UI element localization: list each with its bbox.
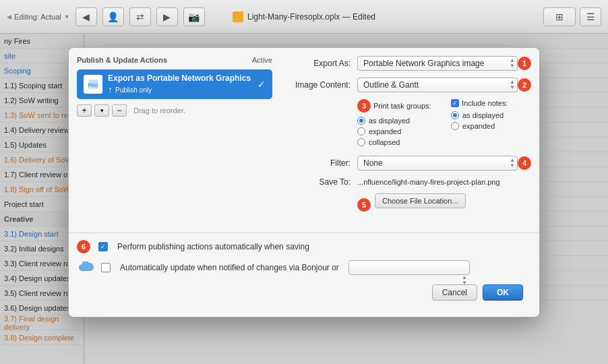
- export-action-title: Export as Portable Network Graphics: [108, 73, 266, 83]
- filter-select[interactable]: None: [357, 156, 518, 171]
- filter-row: Filter: None ▲▼ 4: [283, 156, 531, 171]
- step-badge-3: 3: [357, 99, 371, 113]
- filter-select-wrapper: None ▲▼: [357, 156, 518, 171]
- action-controls: + ▾ − Drag to reorder.: [77, 104, 272, 117]
- print-groups-label: Print task groups:: [373, 102, 431, 110]
- active-badge: Active: [252, 56, 272, 64]
- radio-expanded-input[interactable]: [357, 127, 365, 135]
- publish-actions-label: Publish & Update Actions: [77, 56, 167, 64]
- auto-publish-label: Perform publishing actions automatically…: [117, 242, 309, 251]
- title-icon: [233, 11, 243, 22]
- left-panel: Publish & Update Actions Active PNG Expo…: [77, 56, 272, 222]
- toolbar-btn-grid[interactable]: ⊞: [543, 7, 576, 26]
- radio-notes-expanded-label: expanded: [462, 122, 495, 130]
- auto-update-select[interactable]: [348, 260, 470, 275]
- svg-text:PNG: PNG: [88, 83, 98, 88]
- title-bar-right: ⊞ ☰: [543, 7, 601, 26]
- app-window: ◀ Editing: Actual ▼ ◀ 👤 ⇄ ▶ 📷 Light-Many…: [0, 0, 608, 364]
- cloud-icon: [77, 260, 96, 275]
- export-action-sub: ↑ Publish only: [108, 84, 266, 95]
- right-panel: Export As: Portable Network Graphics ima…: [283, 56, 531, 222]
- dialog-overlay: Publish & Update Actions Active PNG Expo…: [0, 34, 608, 364]
- add-action-btn[interactable]: +: [77, 104, 92, 117]
- remove-action-btn[interactable]: −: [112, 104, 127, 117]
- toolbar-btn-camera2[interactable]: 📷: [183, 7, 205, 26]
- saveto-row: Save To: ...nfluence/light-many-fires-pr…: [283, 177, 531, 187]
- export-action-subtitle: Publish only: [115, 86, 152, 94]
- export-as-select-wrapper: Portable Network Graphics image ▲▼: [357, 56, 518, 71]
- radio-notes-expanded[interactable]: expanded: [451, 122, 531, 130]
- radio-expanded-label: expanded: [369, 127, 401, 135]
- step-badge-4: 4: [518, 156, 531, 170]
- radio-as-displayed-label: as displayed: [369, 117, 410, 125]
- svg-point-0: [235, 14, 241, 20]
- step-badge-2: 2: [518, 78, 531, 92]
- config-action-btn[interactable]: ▾: [94, 104, 109, 117]
- publish-dialog: Publish & Update Actions Active PNG Expo…: [68, 47, 540, 317]
- toolbar-btn-arrows[interactable]: ⇄: [129, 7, 151, 26]
- options-row: 3 Print task groups: as displayed expand…: [283, 99, 531, 149]
- radio-notes-as-displayed[interactable]: as displayed: [451, 111, 531, 119]
- radio-collapsed-label: collapsed: [369, 138, 400, 146]
- radio-collapsed[interactable]: collapsed: [357, 138, 437, 146]
- ok-button[interactable]: OK: [483, 284, 523, 301]
- export-as-select[interactable]: Portable Network Graphics image: [357, 56, 518, 71]
- drag-hint: Drag to reorder.: [133, 107, 185, 115]
- image-content-select[interactable]: Outline & Gantt: [357, 78, 518, 92]
- step-badge-1: 1: [518, 57, 531, 70]
- toolbar-btn-play[interactable]: ▶: [156, 7, 178, 26]
- image-content-row: Image Content: Outline & Gantt ▲▼ 2: [283, 78, 531, 92]
- toolbar-btn-menu[interactable]: ☰: [580, 7, 601, 26]
- auto-update-row: Automatically update when notified of ch…: [77, 260, 531, 275]
- title-bar-left: ◀ Editing: Actual ▼ ◀ 👤 ⇄ ▶ 📷: [7, 7, 205, 26]
- radio-as-displayed[interactable]: as displayed: [357, 117, 437, 125]
- png-icon: PNG: [84, 75, 102, 94]
- saveto-label: Save To:: [283, 177, 357, 187]
- check-icon: ✓: [257, 79, 266, 90]
- export-action-text: Export as Portable Network Graphics ↑ Pu…: [108, 73, 266, 95]
- export-png-action[interactable]: PNG Export as Portable Network Graphics …: [77, 69, 272, 99]
- step-badge-6: 6: [77, 240, 90, 253]
- toolbar-btn-person[interactable]: 👤: [102, 7, 124, 26]
- export-as-label: Export As:: [283, 59, 357, 68]
- auto-update-checkbox[interactable]: [101, 263, 111, 272]
- auto-publish-row: 6 ✓ Perform publishing actions automatic…: [77, 240, 531, 253]
- window-title: Light-Many-Firesoplx.oplx — Edited: [247, 12, 375, 22]
- radio-collapsed-input[interactable]: [357, 138, 365, 146]
- dialog-footer: Cancel OK: [77, 284, 531, 309]
- auto-update-select-wrapper: ▲▼: [348, 260, 470, 275]
- include-notes-label: Include notes:: [462, 99, 508, 107]
- left-panel-header: Publish & Update Actions Active: [77, 56, 272, 64]
- filter-label: Filter:: [283, 158, 357, 168]
- cancel-button[interactable]: Cancel: [432, 284, 477, 301]
- saveto-path: ...nfluence/light-many-fires-project-pla…: [357, 178, 531, 186]
- export-as-row: Export As: Portable Network Graphics ima…: [283, 56, 531, 71]
- radio-notes-displayed-label: as displayed: [462, 111, 504, 119]
- radio-notes-expanded-input[interactable]: [451, 122, 459, 130]
- title-bar-center: Light-Many-Firesoplx.oplx — Edited: [233, 11, 375, 22]
- bottom-section: 6 ✓ Perform publishing actions automatic…: [69, 233, 539, 317]
- title-bar: ◀ Editing: Actual ▼ ◀ 👤 ⇄ ▶ 📷 Light-Many…: [0, 0, 608, 34]
- radio-notes-displayed-input[interactable]: [451, 111, 459, 119]
- step-badge-5: 5: [357, 198, 371, 212]
- radio-expanded[interactable]: expanded: [357, 127, 437, 135]
- auto-publish-checkbox[interactable]: ✓: [98, 242, 108, 251]
- image-content-label: Image Content:: [283, 80, 357, 90]
- toolbar-btn-back[interactable]: ◀: [75, 7, 97, 26]
- include-notes-checkbox[interactable]: ✓: [451, 99, 459, 107]
- image-content-select-wrapper: Outline & Gantt ▲▼: [357, 78, 518, 92]
- auto-update-label: Automatically update when notified of ch…: [120, 263, 339, 272]
- dialog-body: Publish & Update Actions Active PNG Expo…: [69, 48, 539, 230]
- radio-as-displayed-input[interactable]: [357, 117, 365, 125]
- include-notes-group: ✓ Include notes: as displayed expanded: [451, 99, 531, 149]
- editing-label: ◀ Editing: Actual ▼: [7, 13, 70, 21]
- choose-file-btn[interactable]: Choose File Location...: [375, 193, 466, 208]
- print-groups-group: 3 Print task groups: as displayed expand…: [357, 99, 437, 149]
